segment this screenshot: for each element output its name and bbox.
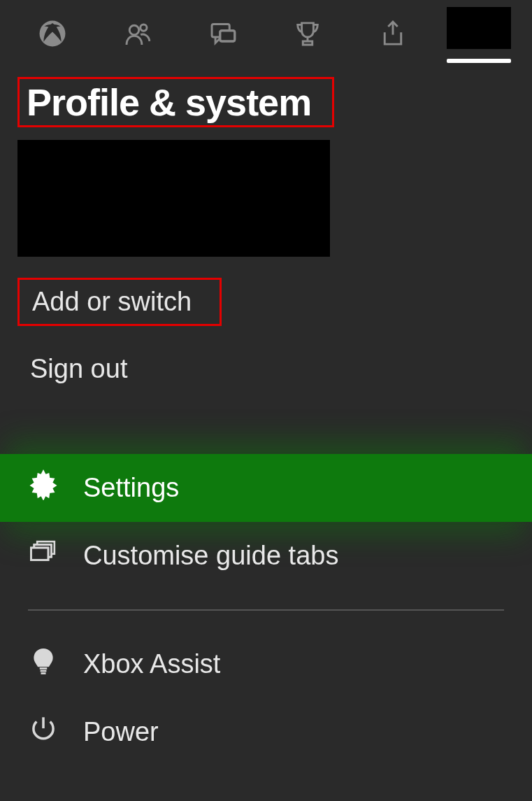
user-avatar-icon: [447, 7, 511, 49]
tab-chat[interactable]: [192, 10, 254, 59]
guide-tabs: [0, 0, 532, 63]
system-menu: Settings Customise guide tabs ? Xbox Ass…: [0, 454, 532, 766]
people-icon: [123, 19, 152, 51]
tab-profile[interactable]: [447, 7, 511, 63]
svg-rect-10: [31, 548, 48, 560]
svg-rect-4: [220, 31, 234, 41]
tab-home[interactable]: [21, 10, 84, 59]
share-icon: [378, 19, 408, 51]
menu-assist-label: Xbox Assist: [83, 649, 220, 679]
tab-achievements[interactable]: [276, 10, 339, 59]
add-or-switch-button[interactable]: Add or switch: [17, 278, 222, 326]
menu-divider: [28, 609, 504, 611]
power-icon: [28, 714, 59, 751]
menu-power[interactable]: Power: [0, 698, 532, 766]
chat-icon: [208, 19, 238, 51]
gear-icon: [28, 469, 59, 506]
svg-text:?: ?: [40, 650, 46, 662]
active-tab-indicator: [447, 59, 511, 63]
tab-people[interactable]: [106, 10, 169, 59]
sign-out-button[interactable]: Sign out: [17, 347, 532, 391]
page-title-block: Profile & system: [17, 77, 334, 127]
trophy-icon: [293, 19, 322, 51]
account-actions: Add or switch Sign out: [17, 278, 532, 391]
xbox-logo-icon: [38, 19, 67, 51]
menu-power-label: Power: [83, 717, 159, 747]
profile-card[interactable]: [17, 140, 330, 257]
menu-settings-label: Settings: [83, 473, 179, 503]
sign-out-label: Sign out: [30, 354, 127, 383]
stack-icon: [28, 537, 59, 574]
lightbulb-icon: ?: [28, 646, 59, 683]
page-title: Profile & system: [27, 80, 311, 124]
menu-settings[interactable]: Settings: [0, 454, 532, 522]
menu-customise-label: Customise guide tabs: [83, 541, 338, 571]
svg-point-2: [141, 24, 147, 31]
svg-point-1: [129, 25, 138, 34]
tab-share[interactable]: [361, 10, 424, 59]
menu-xbox-assist[interactable]: ? Xbox Assist: [0, 630, 532, 698]
spacer: [0, 391, 532, 447]
menu-customise-tabs[interactable]: Customise guide tabs: [0, 522, 532, 590]
add-or-switch-label: Add or switch: [32, 287, 192, 316]
